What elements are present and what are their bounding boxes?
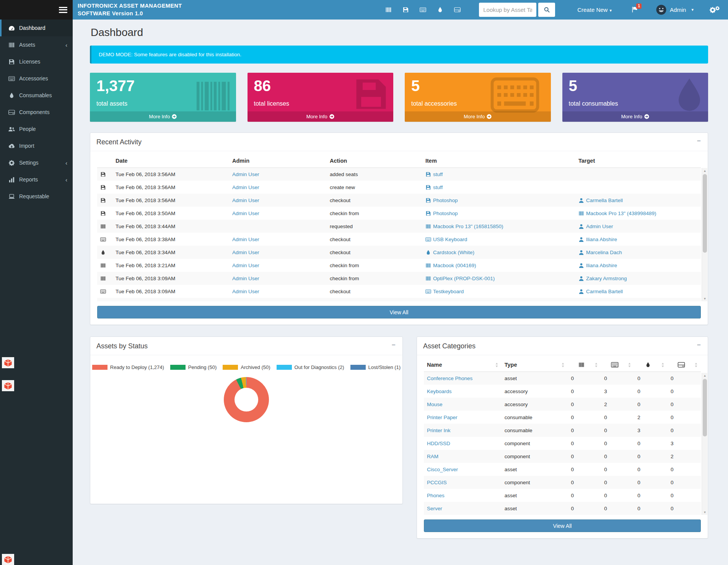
category-name-link[interactable]: Cisco_Server [427,467,458,472]
category-name-link[interactable]: Keyboards [427,389,452,394]
category-name-link[interactable]: Conference Phones [427,376,472,381]
target-link[interactable]: Macbook Pro 13" (438998489) [578,211,656,216]
sidebar-item-requestable[interactable]: Requestable [0,188,73,205]
barcode-icon [100,263,106,268]
category-type: asset [502,502,568,515]
scroll-down-arrow-icon[interactable]: ▼ [702,296,708,301]
category-name-link[interactable]: RAM [427,454,438,459]
assets-by-status-donut-chart[interactable] [224,377,269,422]
settings-gears-button[interactable] [710,6,720,14]
target-link[interactable]: Iliana Abshire [578,237,617,242]
target-link[interactable]: Admin User [578,224,613,229]
target-link[interactable]: Carmella Bartell [578,198,623,203]
more-info-button[interactable]: More Info [405,111,551,122]
category-name-link[interactable]: HDD/SSD [427,441,450,446]
scroll-up-arrow-icon[interactable]: ▲ [702,373,708,378]
more-info-button[interactable]: More Info [562,111,708,122]
sidebar-item-components[interactable]: Components [0,104,73,121]
more-info-button[interactable]: More Info [248,111,394,122]
target-link[interactable]: Zakary Armstrong [578,276,627,281]
sidebar-item-people[interactable]: People [0,121,73,137]
item-link[interactable]: Cardstock (White) [425,250,474,255]
item-link[interactable]: USB Keyboard [425,237,467,242]
category-row: Keyboardsaccessory0300 [424,385,701,398]
sidebar-item-import[interactable]: Import [0,137,73,154]
user-menu[interactable]: Admin ▾ [656,5,694,15]
navbar-droplet-shortcut[interactable] [437,7,443,13]
column-header-type[interactable]: Type [502,358,568,372]
scroll-down-arrow-icon[interactable]: ▼ [702,509,708,515]
column-header-keyboard-count[interactable] [601,358,634,372]
create-new-dropdown[interactable]: Create New▾ [577,7,612,13]
more-info-button[interactable]: More Info [90,111,236,122]
category-count: 0 [568,398,601,411]
notifications-button[interactable]: 1 [632,7,638,13]
category-name-link[interactable]: Printer Ink [427,428,451,433]
scroll-up-arrow-icon[interactable]: ▲ [702,168,708,173]
target-link[interactable]: Iliana Abshire [578,263,617,268]
column-header-hdd-count[interactable] [668,358,701,372]
recent-activity-view-all-button[interactable]: View All [97,306,701,318]
admin-link[interactable]: Admin User [232,211,259,216]
sidebar-item-consumables[interactable]: Consumables [0,87,73,104]
item-link[interactable]: stuff [425,185,443,190]
column-header-name[interactable]: Name [424,358,502,372]
category-name-link[interactable]: Phones [427,493,445,498]
collapse-panel-button[interactable]: − [695,341,703,350]
avatar [656,5,666,15]
search-input[interactable] [479,3,536,17]
summary-info-boxes: 1,377total assetsMore Info86total licens… [90,73,708,122]
sidebar-item-label: Components [19,109,49,115]
item-link[interactable]: Photoshop [425,198,458,203]
search-button[interactable] [538,3,555,17]
item-link[interactable]: Macbook Pro 13" (165815850) [425,224,503,229]
collapse-panel-button[interactable]: − [389,341,398,350]
admin-link[interactable]: Admin User [232,198,259,203]
admin-link[interactable]: Admin User [232,289,259,294]
recent-activity-scrollbar[interactable]: ▲ ▼ [702,168,707,301]
item-link[interactable]: Testkeyboard [425,289,464,294]
admin-link[interactable]: Admin User [232,276,259,281]
asset-categories-scrollbar[interactable]: ▲ ▼ [702,373,707,515]
category-name-link[interactable]: Server [427,506,442,511]
sidebar-item-reports[interactable]: Reports‹ [0,171,73,188]
category-name-link[interactable]: Mouse [427,402,443,407]
hamburger-menu-button[interactable] [59,7,67,13]
admin-link-label: Admin User [232,250,259,255]
item-link[interactable]: Photoshop [425,211,458,216]
sidebar-item-assets[interactable]: Assets‹ [0,36,73,53]
target-link[interactable]: Carmella Bartell [578,289,623,294]
category-count: 0 [568,437,601,450]
sidebar-item-accessories[interactable]: Accessories [0,70,73,87]
admin-link[interactable]: Admin User [232,185,259,190]
category-name-link[interactable]: PCCGIS [427,480,447,485]
logo-area [0,0,73,20]
navbar-save-shortcut[interactable] [402,7,409,13]
legend-swatch [277,365,292,370]
sidebar-item-dashboard[interactable]: Dashboard [0,20,73,36]
category-name-link[interactable]: Printer Paper [427,415,458,420]
target-link[interactable]: Marcelina Dach [578,250,622,255]
create-new-label: Create New [577,7,607,13]
admin-link[interactable]: Admin User [232,263,259,268]
admin-link[interactable]: Admin User [232,171,259,177]
admin-link[interactable]: Admin User [232,237,259,242]
navbar-barcode-shortcut[interactable] [385,7,392,13]
sidebar-item-licenses[interactable]: Licenses [0,53,73,70]
category-type: accessory [502,385,568,398]
asset-categories-view-all-button[interactable]: View All [424,519,701,532]
navbar-keyboard-shortcut[interactable] [420,7,426,13]
scrollbar-thumb[interactable] [703,379,707,436]
item-link[interactable]: stuff [425,171,443,177]
column-header-barcode-count[interactable] [568,358,601,372]
sidebar-item-settings[interactable]: Settings‹ [0,154,73,171]
recent-activity-table: DateAdminActionItemTarget Tue Feb 06, 20… [97,153,701,301]
scrollbar-thumb[interactable] [703,174,707,253]
collapse-panel-button[interactable]: − [695,137,703,146]
item-link[interactable]: OptiPlex (PROP-DSK-001) [425,276,495,281]
user-icon [578,198,584,203]
column-header-droplet-count[interactable] [634,358,668,372]
admin-link[interactable]: Admin User [232,250,259,255]
item-link[interactable]: Macbook (004169) [425,263,476,268]
navbar-hdd-shortcut[interactable] [454,7,461,13]
